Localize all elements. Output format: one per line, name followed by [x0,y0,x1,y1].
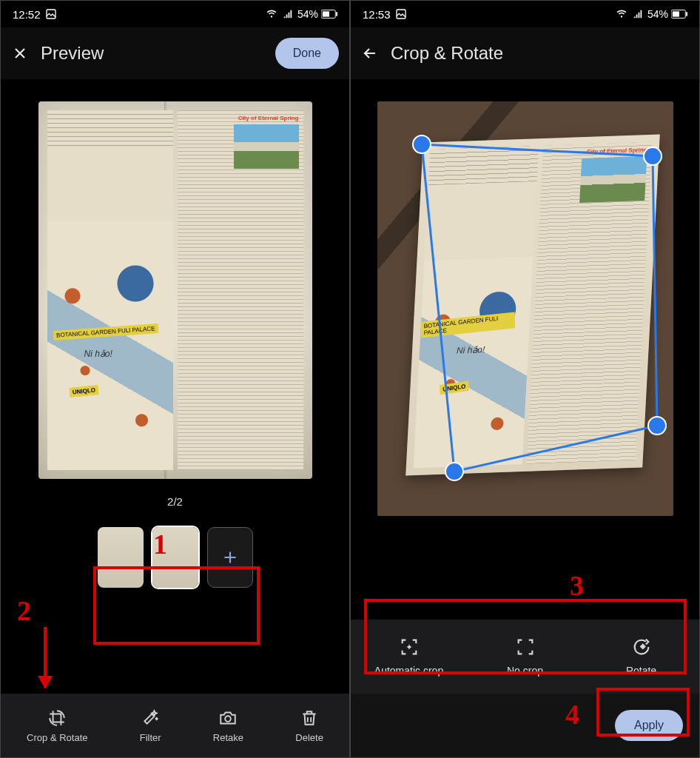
page-title: Preview [41,43,104,64]
preview-area: Ni hǎo! BOTANICAL GARDEN FULI PALACE UNI… [1,79,349,592]
illustration-text-nihao: Ni hǎo! [84,349,112,359]
image-icon [45,8,57,20]
battery-icon [321,10,337,19]
page-title: Crop & Rotate [391,43,503,64]
annotation-arrow-2 [44,627,47,688]
battery-text: 54% [297,8,318,20]
article-photo [234,124,299,169]
annotation-1: 1 [153,528,167,560]
annotation-box-4 [596,688,690,737]
phone-crop-rotate: 12:53 54% Crop & Rotate Ni hǎo! BOTANICA… [350,0,700,758]
camera-icon [218,708,238,728]
header: Crop & Rotate [351,27,699,79]
scanned-page-preview[interactable]: Ni hǎo! BOTANICAL GARDEN FULI PALACE UNI… [38,101,312,479]
trash-icon [300,708,319,728]
phone-preview: 12:52 54% Preview Done Ni hǎo! BOTANICAL… [0,0,350,758]
filter-button[interactable]: Filter [140,708,161,743]
wifi-icon [265,9,278,19]
image-icon [395,8,407,20]
status-time: 12:53 [363,8,391,21]
retake-button[interactable]: Retake [213,708,243,743]
annotation-box-1 [93,566,260,645]
battery-text: 54% [647,8,668,20]
status-bar: 12:52 54% [1,1,349,27]
crop-photo[interactable]: Ni hǎo! BOTANICAL GARDEN FULI PALACE UNI… [377,101,673,516]
annotation-box-3 [364,599,687,674]
annotation-2: 2 [17,594,31,627]
back-arrow-icon[interactable] [361,44,379,62]
svg-rect-3 [336,12,337,16]
annotation-3: 3 [570,569,584,602]
signal-icon [281,9,295,19]
bottom-toolbar: Crop & Rotate Filter Retake Delete [1,694,349,757]
svg-point-4 [226,716,232,722]
magic-wand-icon [141,708,160,728]
crop-handle-bl[interactable] [445,462,464,481]
crop-quadrilateral[interactable] [377,101,673,516]
svg-marker-9 [422,144,657,472]
done-button[interactable]: Done [275,38,339,69]
status-bar: 12:53 54% [351,1,699,27]
delete-button[interactable]: Delete [295,708,323,743]
crop-rotate-icon [47,708,67,728]
status-time: 12:52 [13,8,41,21]
article-title: City of Eternal Spring [238,115,299,121]
plus-icon [221,548,240,567]
page-counter: 2/2 [167,495,183,508]
svg-rect-7 [673,11,679,16]
signal-icon [631,9,645,19]
crop-handle-tr[interactable] [643,147,662,166]
annotation-4: 4 [565,698,579,731]
crop-area: Ni hǎo! BOTANICAL GARDEN FULI PALACE UNI… [351,79,699,516]
crop-rotate-button[interactable]: Crop & Rotate [27,708,87,743]
header: Preview Done [1,27,349,79]
crop-handle-br[interactable] [647,416,667,435]
battery-icon [671,10,687,19]
svg-rect-8 [686,12,687,16]
close-icon[interactable] [11,44,29,62]
crop-handle-tl[interactable] [412,135,431,154]
wifi-icon [615,9,628,19]
svg-rect-2 [323,11,329,16]
